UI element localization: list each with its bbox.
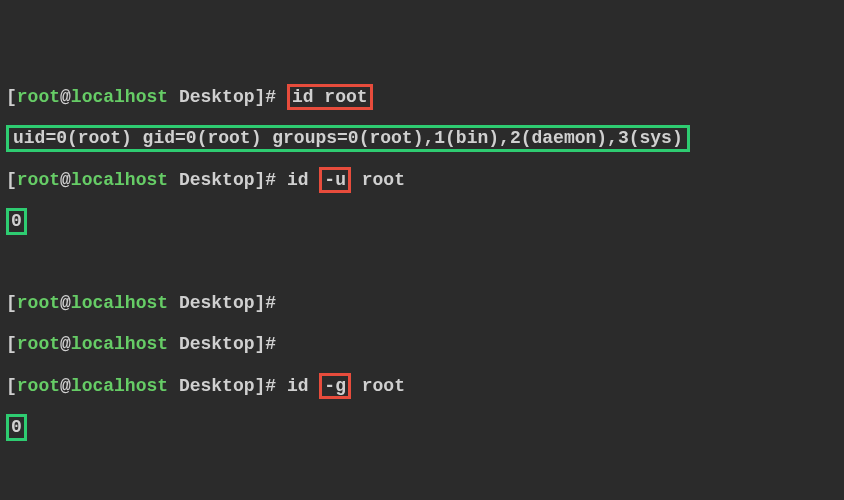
highlight-cmd-id-root: id root xyxy=(287,84,373,111)
terminal-line-6: [root@localhost Desktop]# xyxy=(6,334,838,355)
highlight-flag-u: -u xyxy=(319,167,351,194)
terminal-line-1: [root@localhost Desktop]# id root xyxy=(6,87,838,108)
terminal-line-7: [root@localhost Desktop]# id -g root xyxy=(6,376,838,397)
terminal-line-4: 0 xyxy=(6,211,838,232)
highlight-output-0a: 0 xyxy=(6,208,27,235)
terminal-line-8: 0 xyxy=(6,417,838,438)
terminal-line-3: [root@localhost Desktop]# id -u root xyxy=(6,170,838,191)
highlight-output-0b: 0 xyxy=(6,414,27,441)
highlight-output-full: uid=0(root) gid=0(root) groups=0(root),1… xyxy=(6,125,690,152)
terminal-line-2: uid=0(root) gid=0(root) groups=0(root),1… xyxy=(6,128,838,149)
highlight-flag-g: -g xyxy=(319,373,351,400)
terminal-line-5: [root@localhost Desktop]# xyxy=(6,293,838,314)
